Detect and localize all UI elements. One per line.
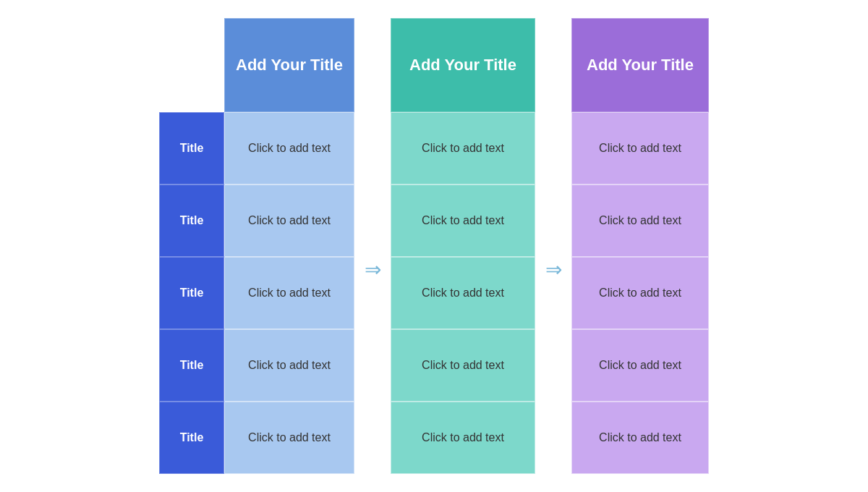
table-2-header-text: Add Your Title xyxy=(409,56,516,75)
table-3-cell-3[interactable]: Click to add text xyxy=(571,257,709,329)
table-3-row-4: Click to add text xyxy=(571,329,709,402)
comparison-tables: Add Your Title Title Click to add text T… xyxy=(159,18,709,474)
table-3: Add Your Title Click to add text Click t… xyxy=(571,18,709,474)
table-3-cell-4[interactable]: Click to add text xyxy=(571,329,709,402)
table-2-header[interactable]: Add Your Title xyxy=(391,18,535,112)
table-2-cell-3[interactable]: Click to add text xyxy=(391,257,535,329)
arrow-2: ⇒ xyxy=(535,211,571,281)
table-2-row-4: Click to add text xyxy=(391,329,535,402)
table-1-row-2: Title Click to add text xyxy=(159,184,354,257)
table-1-header[interactable]: Add Your Title xyxy=(224,18,354,112)
table-3-row-3: Click to add text xyxy=(571,257,709,329)
table-2-header-row: Add Your Title xyxy=(391,18,535,112)
table-3-row-2: Click to add text xyxy=(571,184,709,257)
table-2-row-2: Click to add text xyxy=(391,184,535,257)
table-3-row-1: Click to add text xyxy=(571,112,709,184)
table-3-cell-5[interactable]: Click to add text xyxy=(571,402,709,474)
table-3-cell-2[interactable]: Click to add text xyxy=(571,184,709,257)
table-1-title-2[interactable]: Title xyxy=(159,184,224,257)
table-1-row-1: Title Click to add text xyxy=(159,112,354,184)
table-3-cell-1[interactable]: Click to add text xyxy=(571,112,709,184)
table-1-title-3[interactable]: Title xyxy=(159,257,224,329)
table-1-header-row: Add Your Title xyxy=(159,18,354,112)
table-1: Add Your Title Title Click to add text T… xyxy=(159,18,354,474)
table-2-row-1: Click to add text xyxy=(391,112,535,184)
table-2-cell-1[interactable]: Click to add text xyxy=(391,112,535,184)
table-1-row-5: Title Click to add text xyxy=(159,402,354,474)
table-1-title-4[interactable]: Title xyxy=(159,329,224,402)
table-1-cell-4[interactable]: Click to add text xyxy=(224,329,354,402)
table-1-title-5[interactable]: Title xyxy=(159,402,224,474)
table-1-cell-5[interactable]: Click to add text xyxy=(224,402,354,474)
table-1-cell-3[interactable]: Click to add text xyxy=(224,257,354,329)
arrow-1: ⇒ xyxy=(354,211,391,281)
table-3-header-row: Add Your Title xyxy=(571,18,709,112)
table-1-row-3: Title Click to add text xyxy=(159,257,354,329)
table-1-cell-2[interactable]: Click to add text xyxy=(224,184,354,257)
table-2: Add Your Title Click to add text Click t… xyxy=(391,18,535,474)
table-1-corner-blank xyxy=(159,18,224,112)
table-2-cell-2[interactable]: Click to add text xyxy=(391,184,535,257)
table-2-cell-4[interactable]: Click to add text xyxy=(391,329,535,402)
table-1-header-text: Add Your Title xyxy=(236,56,343,75)
table-1-title-1[interactable]: Title xyxy=(159,112,224,184)
table-3-header[interactable]: Add Your Title xyxy=(571,18,709,112)
table-3-row-5: Click to add text xyxy=(571,402,709,474)
table-2-row-5: Click to add text xyxy=(391,402,535,474)
table-3-header-text: Add Your Title xyxy=(587,56,694,75)
table-2-cell-5[interactable]: Click to add text xyxy=(391,402,535,474)
table-1-row-4: Title Click to add text xyxy=(159,329,354,402)
table-2-row-3: Click to add text xyxy=(391,257,535,329)
table-1-cell-1[interactable]: Click to add text xyxy=(224,112,354,184)
